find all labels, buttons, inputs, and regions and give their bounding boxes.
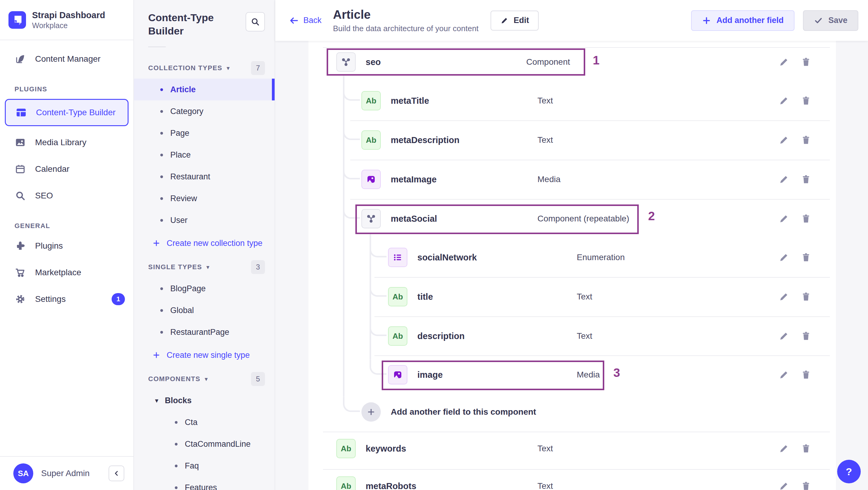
sidebar-section-general: GENERAL	[0, 219, 133, 233]
delete-field-button[interactable]	[800, 442, 812, 455]
bullet-icon	[160, 287, 163, 290]
delete-field-button[interactable]	[800, 95, 812, 107]
create-link-label: Create new single type	[167, 350, 250, 360]
pencil-icon	[778, 369, 789, 380]
subnav-item-cta[interactable]: Cta	[134, 411, 275, 433]
edit-field-button[interactable]	[778, 213, 790, 225]
sidebar-item-content-manager[interactable]: Content Manager	[0, 46, 133, 72]
sidebar-item-seo[interactable]: SEO	[0, 182, 133, 209]
collection-types-header[interactable]: COLLECTION TYPES ▾ 7	[148, 61, 265, 75]
subnav-item-global[interactable]: Global	[134, 300, 275, 321]
help-button[interactable]: ?	[837, 460, 861, 483]
search-icon	[250, 17, 260, 27]
sidebar-item-plugins[interactable]: Plugins	[0, 233, 133, 259]
subnav-item-place[interactable]: Place	[134, 144, 275, 166]
section-label: COMPONENTS	[148, 375, 200, 383]
back-button[interactable]: Back	[289, 16, 321, 26]
delete-field-button[interactable]	[800, 480, 812, 490]
sidebar-item-media-library[interactable]: Media Library	[0, 129, 133, 156]
create-single-type-link[interactable]: Create new single type	[134, 343, 275, 367]
trash-icon	[801, 252, 811, 263]
sidebar-item-label: Marketplace	[35, 268, 81, 277]
delete-field-button[interactable]	[800, 213, 812, 225]
subnav-item-page[interactable]: Page	[134, 122, 275, 144]
content-type-builder-subnav: Content-Type Builder COLLECTION TYPES ▾ …	[134, 0, 275, 490]
field-row-metaimage: metaImage Media	[309, 160, 836, 199]
subnav-item-ctacommandline[interactable]: CtaCommandLine	[134, 433, 275, 455]
add-another-field-button[interactable]: Add another field	[691, 10, 795, 31]
subnav-item-features[interactable]: Features	[134, 477, 275, 490]
delete-field-button[interactable]	[800, 251, 812, 264]
field-row-image: image Media	[309, 355, 836, 394]
delete-field-button[interactable]	[800, 369, 812, 381]
sidebar-item-marketplace[interactable]: Marketplace	[0, 259, 133, 286]
edit-field-button[interactable]	[778, 480, 790, 490]
text-field-icon: Ab	[388, 287, 407, 306]
text-field-icon: Ab	[336, 439, 356, 458]
delete-field-button[interactable]	[800, 173, 812, 185]
user-block: SA Super Admin	[0, 456, 133, 490]
subnav-item-review[interactable]: Review	[134, 187, 275, 209]
component-group-blocks[interactable]: ▾ Blocks	[134, 390, 275, 411]
subnav-item-restaurantpage[interactable]: RestaurantPage	[134, 321, 275, 343]
subnav-item-blogpage[interactable]: BlogPage	[134, 278, 275, 300]
field-type: Media	[577, 370, 600, 379]
delete-field-button[interactable]	[800, 134, 812, 146]
fields-list-card: seo Component Ab metaTitle Text Ab metaD…	[309, 41, 836, 490]
save-label: Save	[828, 16, 847, 25]
calendar-icon	[14, 163, 26, 175]
field-type: Text	[537, 135, 553, 145]
pencil-icon	[778, 252, 789, 263]
bullet-icon	[160, 219, 163, 222]
edit-field-button[interactable]	[778, 56, 790, 68]
plus-circle-icon	[362, 402, 381, 422]
field-name: socialNetwork	[417, 252, 477, 263]
app-window: Strapi Dashboard Workplace Content Manag…	[0, 0, 868, 490]
sidebar-item-label: Plugins	[35, 241, 63, 251]
subnav-item-category[interactable]: Category	[134, 100, 275, 122]
edit-field-button[interactable]	[778, 291, 790, 303]
group-label: Blocks	[165, 396, 192, 405]
annotation-number-1: 1	[593, 54, 599, 67]
create-collection-type-link[interactable]: Create new collection type	[134, 231, 275, 255]
components-count-badge: 5	[251, 372, 265, 386]
pencil-icon	[778, 291, 789, 302]
edit-field-button[interactable]	[778, 330, 790, 342]
sidebar-item-content-type-builder[interactable]: Content-Type Builder	[5, 99, 128, 126]
trash-icon	[801, 95, 811, 106]
search-button[interactable]	[246, 12, 265, 31]
subnav-item-user[interactable]: User	[134, 209, 275, 231]
subnav-item-restaurant[interactable]: Restaurant	[134, 166, 275, 187]
edit-field-button[interactable]	[778, 251, 790, 264]
edit-field-button[interactable]	[778, 173, 790, 185]
save-button[interactable]: Save	[803, 10, 858, 31]
delete-field-button[interactable]	[800, 56, 812, 68]
edit-button[interactable]: Edit	[491, 10, 539, 31]
field-row-metasocial: metaSocial Component (repeatable)	[309, 199, 836, 238]
subnav-item-article[interactable]: Article	[134, 79, 275, 100]
bullet-icon	[160, 331, 163, 334]
collapse-sidebar-button[interactable]	[108, 465, 124, 481]
delete-field-button[interactable]	[800, 330, 812, 342]
edit-field-button[interactable]	[778, 442, 790, 455]
delete-field-button[interactable]	[800, 291, 812, 303]
field-type: Text	[537, 96, 553, 105]
app-title: Strapi Dashboard	[32, 10, 105, 21]
field-name: keywords	[366, 444, 406, 454]
media-field-icon	[362, 170, 381, 189]
bullet-icon	[160, 176, 163, 178]
edit-field-button[interactable]	[778, 95, 790, 107]
components-header[interactable]: COMPONENTS ▾ 5	[148, 371, 265, 387]
subnav-item-faq[interactable]: Faq	[134, 455, 275, 477]
edit-field-button[interactable]	[778, 134, 790, 146]
single-types-header[interactable]: SINGLE TYPES ▾ 3	[148, 259, 265, 275]
field-type: Text	[537, 481, 553, 490]
edit-field-button[interactable]	[778, 369, 790, 381]
add-field-to-component-button[interactable]: Add another field to this component	[309, 392, 836, 432]
component-icon	[362, 209, 381, 228]
puzzle-icon	[14, 240, 26, 252]
trash-icon	[801, 443, 811, 454]
sidebar-item-calendar[interactable]: Calendar	[0, 156, 133, 182]
pencil-icon	[778, 174, 789, 185]
sidebar-item-settings[interactable]: Settings 1	[0, 286, 133, 312]
